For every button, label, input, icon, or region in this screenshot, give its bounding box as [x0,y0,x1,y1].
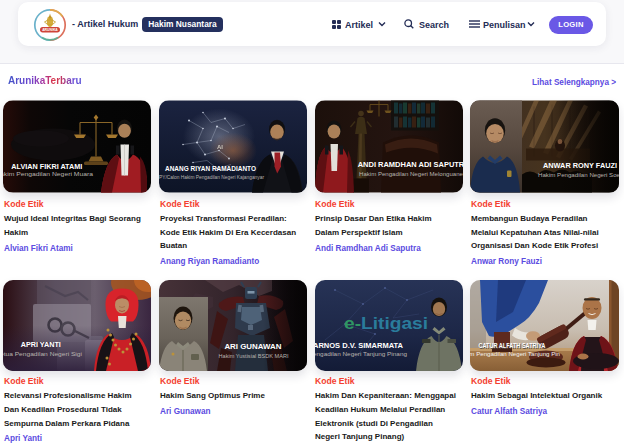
svg-text:ANWAR RONY FAUZI: ANWAR RONY FAUZI [543,162,617,169]
svg-text:ANDI RAMDHAN ADI SAPUTRA: ANDI RAMDHAN ADI SAPUTRA [358,161,463,168]
svg-text:akim Pengadilan Negeri Muara: akim Pengadilan Negeri Muara [3,171,93,177]
svg-text:Hakim Pengadilan Negeri Melong: Hakim Pengadilan Negeri Melonguane [359,171,463,177]
svg-text:PY/Calon Hakim Pengadilan Nege: PY/Calon Hakim Pengadilan Negeri Kajanga… [159,174,264,180]
svg-text:Hakim Pengadilan Negeri Soe: Hakim Pengadilan Negeri Soe [538,172,619,178]
svg-text:ALVIAN FIKRI ATAMI: ALVIAN FIKRI ATAMI [11,163,82,171]
svg-text:ARUNIKA: ARUNIKA [42,28,58,32]
svg-text:im Pengadilan Negeri Tanjung P: im Pengadilan Negeri Tanjung Pin [470,351,560,357]
svg-text:etua Pengadilan Negeri Sigi: etua Pengadilan Negeri Sigi [3,351,82,357]
svg-text:engadilan Negeri Tanjung Pinan: engadilan Negeri Tanjung Pinang [315,351,407,357]
svg-text:AI: AI [217,144,223,150]
svg-text:ARNOS D.V. SIMARMATA: ARNOS D.V. SIMARMATA [315,342,403,349]
svg-text:APRI YANTI: APRI YANTI [21,340,61,349]
svg-text:ANANG RIYAN RAMADIANTO: ANANG RIYAN RAMADIANTO [165,165,256,172]
svg-text:Hakim Yustisial BSDK MARI: Hakim Yustisial BSDK MARI [219,353,289,359]
svg-text:e-Litigasi: e-Litigasi [344,315,428,332]
svg-text:CATUR ALFATH SATRIYA: CATUR ALFATH SATRIYA [478,342,545,349]
svg-text:ARI GUNAWAN: ARI GUNAWAN [224,342,281,351]
